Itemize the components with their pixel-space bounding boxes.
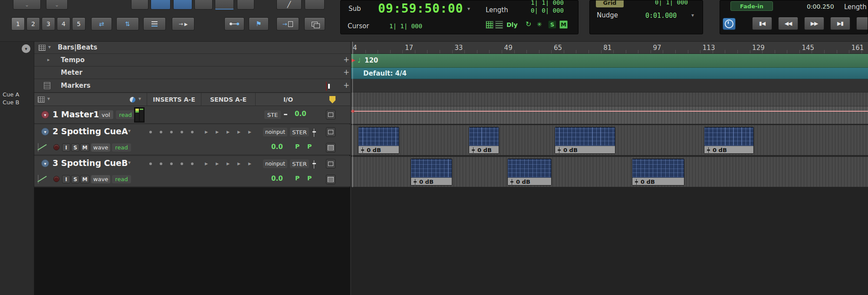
automation-read-badge[interactable]: read xyxy=(112,143,131,152)
markers-lane-row[interactable]: Markers + xyxy=(34,79,350,93)
screenset-1-button[interactable]: 1 xyxy=(11,17,25,30)
solo-button[interactable]: S xyxy=(71,143,79,152)
asterisk-icon[interactable]: ✳ xyxy=(537,21,542,28)
sync-icon[interactable]: ↻ xyxy=(526,20,531,28)
insert-slot-dot[interactable] xyxy=(181,131,183,133)
send-slot-arrow-icon[interactable]: ▸ xyxy=(237,160,240,167)
fade-in-value[interactable]: 0:00.250 xyxy=(807,3,834,10)
envelope-point[interactable] xyxy=(352,110,354,113)
insert-slot-dot[interactable] xyxy=(160,162,162,165)
record-arm-button[interactable] xyxy=(53,144,59,150)
chevron-down-icon[interactable]: ▾ xyxy=(48,44,51,50)
marker-region-icon[interactable] xyxy=(326,82,327,91)
output-channel-badge[interactable]: STER xyxy=(290,128,309,136)
output-channel-badge[interactable]: STE xyxy=(264,110,281,119)
tcp-grid-icon[interactable] xyxy=(38,96,45,103)
trim-items-tool-button[interactable]: ⇅ xyxy=(116,17,139,30)
send-slot-arrow-icon[interactable]: ▸ xyxy=(216,160,219,167)
toolbar-dropdown-button[interactable]: ⌄ xyxy=(46,0,68,10)
envelope-icon[interactable] xyxy=(38,175,39,184)
markers-list-icon[interactable] xyxy=(44,82,50,89)
global-mute-button[interactable]: M xyxy=(559,20,568,29)
track-routing-list-button[interactable] xyxy=(326,143,335,152)
fast-forward-button[interactable]: ▶▶ xyxy=(804,17,824,30)
toolbar-button[interactable] xyxy=(215,0,234,10)
send-slot-arrow-icon[interactable]: ▸ xyxy=(248,160,251,167)
insert-slot-dot[interactable] xyxy=(181,162,183,165)
automation-read-badge[interactable]: read xyxy=(112,175,131,183)
cue-a-label[interactable]: Cue A xyxy=(3,91,19,98)
insert-slot-dot[interactable] xyxy=(191,162,194,165)
input-badge[interactable]: noinput xyxy=(263,128,287,136)
track-name[interactable]: 3 Spotting CueB xyxy=(53,158,128,168)
solo-button[interactable]: S xyxy=(71,175,79,183)
media-item[interactable]: 0 dB xyxy=(555,127,615,154)
go-to-end-button[interactable]: ▶▮ xyxy=(830,17,850,30)
toolbar-button[interactable] xyxy=(305,0,325,10)
track-collapse-button[interactable]: ▾ xyxy=(41,159,49,167)
wave-mode-badge[interactable]: wave xyxy=(91,175,110,183)
add-meter-marker-icon[interactable]: + xyxy=(343,68,349,76)
mute-button[interactable]: M xyxy=(80,175,89,183)
input-monitor-button[interactable]: I xyxy=(62,143,70,152)
add-tempo-marker-icon[interactable]: + xyxy=(343,55,349,64)
pencil-tool-button[interactable]: ╱ xyxy=(276,0,302,10)
screenset-3-button[interactable]: 3 xyxy=(42,17,55,30)
media-item[interactable]: 0 dB xyxy=(704,127,754,154)
time-mode-label[interactable]: Sub xyxy=(349,5,361,13)
meter-lane-row[interactable]: Meter + xyxy=(34,66,350,79)
send-slot-arrow-icon[interactable]: ▸ xyxy=(227,128,230,135)
media-item[interactable]: 0 dB xyxy=(358,127,399,154)
global-solo-button[interactable]: S xyxy=(548,20,556,29)
toolbar-button[interactable] xyxy=(131,0,148,10)
chevron-down-icon[interactable]: ▾ xyxy=(467,6,470,12)
tempo-lane-row[interactable]: ▸ Tempo + xyxy=(34,54,350,66)
track-name[interactable]: 1 Master1 xyxy=(53,109,99,119)
insert-slot-dot[interactable] xyxy=(191,131,194,133)
chevron-down-icon[interactable]: ▾ xyxy=(128,159,131,166)
pan-value[interactable]: P xyxy=(295,143,299,150)
arrange-row-cueA[interactable]: 0 dB0 dB0 dB0 dB xyxy=(351,124,868,155)
grid-matrix-icon[interactable] xyxy=(486,21,493,29)
record-arm-button[interactable] xyxy=(53,176,59,182)
add-marker-icon[interactable]: + xyxy=(343,81,349,89)
insert-slot-dot[interactable] xyxy=(160,131,162,133)
chevron-down-icon[interactable]: ▾ xyxy=(128,128,131,134)
toolbar-button[interactable] xyxy=(194,0,213,10)
media-item[interactable]: 0 dB xyxy=(507,159,552,186)
track-spotting-cueA[interactable]: ▾ 2 Spotting CueA ▾ ▸ ▸ ▸ ▸ ▸ noinput ST… xyxy=(34,124,350,155)
track-io-button[interactable] xyxy=(326,159,335,169)
track-volume-value[interactable]: 0.0 xyxy=(271,175,283,182)
toolbar-button[interactable] xyxy=(237,0,254,10)
chevron-down-icon[interactable]: ▾ xyxy=(47,96,50,102)
monitor-mode-icon[interactable] xyxy=(130,97,135,103)
shield-icon[interactable] xyxy=(329,96,335,103)
send-slot-arrow-icon[interactable]: ▸ xyxy=(205,160,208,167)
input-monitor-button[interactable]: I xyxy=(62,175,70,183)
timebase-grid-icon[interactable] xyxy=(39,45,46,51)
automation-read-badge[interactable]: read xyxy=(116,110,135,119)
media-item[interactable]: 0 dB xyxy=(632,159,684,186)
envelope-icon[interactable] xyxy=(38,143,39,152)
mute-button[interactable]: M xyxy=(80,143,89,152)
item-lanes-tool-button[interactable] xyxy=(143,17,166,30)
chevron-down-icon[interactable]: ▾ xyxy=(691,12,694,18)
track-volume-value[interactable]: 0.0 xyxy=(295,110,306,118)
pan-value[interactable]: P xyxy=(295,175,299,182)
insert-slot-dot[interactable] xyxy=(149,131,152,133)
send-slot-arrow-icon[interactable]: ▸ xyxy=(205,128,208,135)
insert-item-button[interactable]: → xyxy=(276,17,299,30)
tempo-value[interactable]: 120 xyxy=(365,56,378,64)
track-io-button[interactable] xyxy=(326,127,335,137)
width-value[interactable]: P xyxy=(307,143,312,150)
master-volume-envelope[interactable] xyxy=(351,111,868,112)
main-time-display[interactable]: 09:59:50:00 xyxy=(378,1,463,16)
insert-slot-dot[interactable] xyxy=(149,162,152,165)
extend-item-tool-button[interactable]: →▶ xyxy=(172,17,194,30)
chevron-down-icon[interactable]: ▾ xyxy=(138,96,141,102)
volume-badge[interactable]: vol xyxy=(99,110,113,119)
rewind-button[interactable]: ◀◀ xyxy=(778,17,798,30)
media-item[interactable]: 0 dB xyxy=(469,127,499,154)
output-channel-badge[interactable]: STER xyxy=(290,159,309,168)
insert-slot-dot[interactable] xyxy=(170,162,173,165)
